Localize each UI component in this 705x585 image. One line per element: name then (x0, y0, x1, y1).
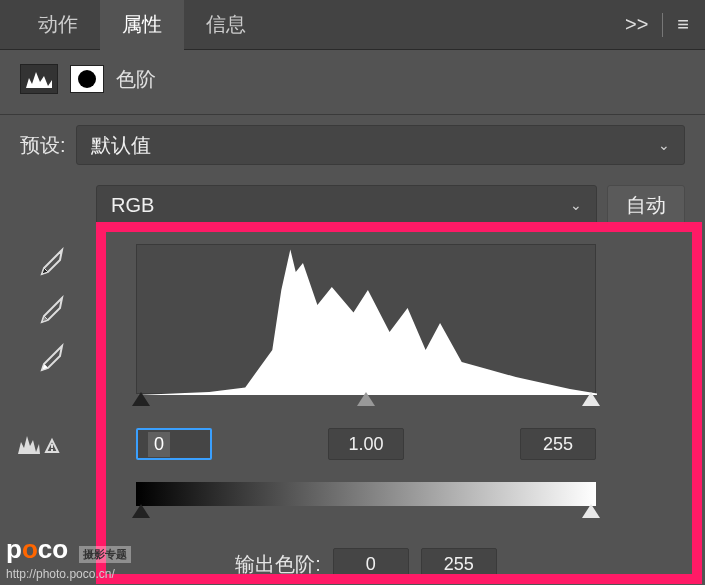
levels-controls: 0 1.00 255 输出色阶: 0 255 (136, 244, 596, 580)
adjustment-title: 色阶 (116, 66, 156, 93)
levels-adjustment-icon (20, 64, 58, 94)
channel-row: RGB ⌄ 自动 (0, 175, 705, 235)
panel-menu-button[interactable]: ≡ (677, 13, 689, 36)
white-point-eyedropper-icon[interactable] (34, 340, 68, 374)
gray-point-eyedropper-icon[interactable] (34, 292, 68, 326)
black-point-eyedropper-icon[interactable] (34, 244, 68, 278)
input-black-slider[interactable] (132, 392, 150, 406)
tab-actions[interactable]: 动作 (16, 0, 100, 52)
input-levels-row: 0 1.00 255 (136, 428, 596, 460)
auto-button[interactable]: 自动 (607, 185, 685, 225)
input-levels-slider[interactable] (136, 394, 596, 410)
histogram-warning-icon[interactable] (16, 430, 60, 463)
watermark-logo: poco 摄影专题 (6, 534, 131, 565)
output-black-field[interactable]: 0 (333, 548, 409, 580)
tab-properties[interactable]: 属性 (100, 0, 184, 52)
output-white-field[interactable]: 255 (421, 548, 497, 580)
svg-rect-1 (51, 449, 53, 451)
preset-select[interactable]: 默认值 ⌄ (76, 125, 685, 165)
channel-value: RGB (111, 194, 154, 217)
input-white-slider[interactable] (582, 392, 600, 406)
input-mid-slider[interactable] (357, 392, 375, 406)
channel-select[interactable]: RGB ⌄ (96, 185, 597, 225)
output-levels-slider[interactable] (136, 506, 596, 522)
output-levels-row: 输出色阶: 0 255 (136, 548, 596, 580)
input-mid-field[interactable]: 1.00 (328, 428, 404, 460)
panel-header: 色阶 (0, 50, 705, 108)
input-white-field[interactable]: 255 (520, 428, 596, 460)
input-black-value: 0 (148, 432, 170, 457)
layer-mask-icon[interactable] (70, 65, 104, 93)
histogram-plot (137, 245, 597, 395)
preset-label: 预设: (20, 132, 66, 159)
histogram (136, 244, 596, 394)
preset-row: 预设: 默认值 ⌄ (0, 115, 705, 175)
more-panels-button[interactable]: >> (625, 13, 648, 36)
chevron-down-icon: ⌄ (658, 137, 670, 153)
input-black-field[interactable]: 0 (136, 428, 212, 460)
tab-info[interactable]: 信息 (184, 0, 268, 52)
output-black-slider[interactable] (132, 504, 150, 518)
tab-right-controls: >> ≡ (625, 13, 689, 37)
output-white-slider[interactable] (582, 504, 600, 518)
watermark-url: http://photo.poco.cn/ (6, 567, 131, 581)
watermark-tag: 摄影专题 (79, 546, 131, 563)
divider (662, 13, 663, 37)
chevron-down-icon: ⌄ (570, 197, 582, 213)
svg-rect-0 (51, 444, 53, 448)
tab-bar: 动作 属性 信息 >> ≡ (0, 0, 705, 50)
preset-value: 默认值 (91, 132, 151, 159)
output-levels-label: 输出色阶: (235, 551, 321, 578)
watermark: poco 摄影专题 http://photo.poco.cn/ (6, 534, 131, 581)
eyedropper-tools (16, 244, 86, 584)
output-gradient (136, 482, 596, 506)
